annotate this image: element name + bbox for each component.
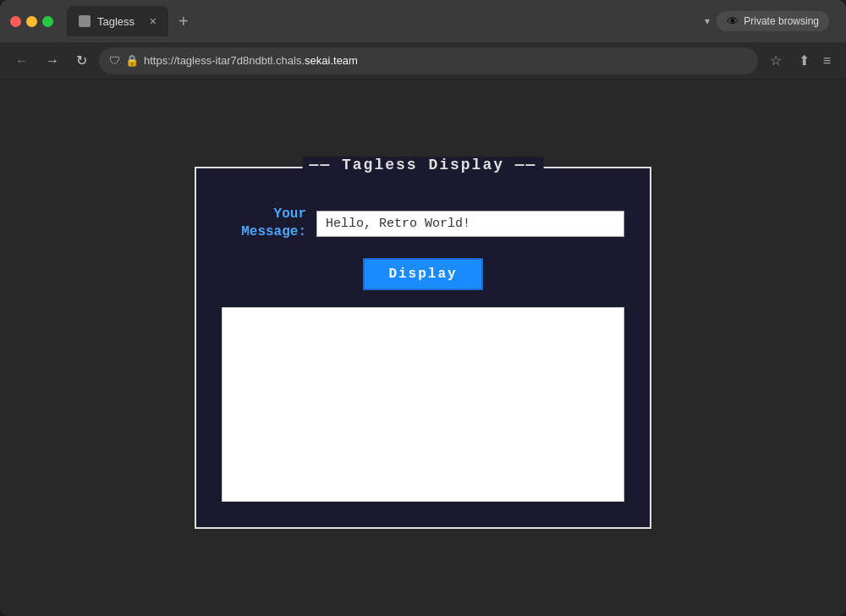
page-content: Tagless Display YourMessage: Display	[0, 80, 846, 616]
display-button[interactable]: Display	[363, 258, 482, 290]
address-text: https://tagless-itar7d8ndbtl.chals.sekai…	[144, 54, 748, 67]
new-tab-button[interactable]: +	[172, 12, 195, 31]
nav-right-buttons: ⬆ ≡	[794, 49, 836, 72]
address-prefix: https://tagless-itar7d8ndbtl.chals.	[144, 54, 305, 67]
output-area	[222, 307, 624, 502]
message-label: YourMessage:	[222, 206, 306, 241]
app-container: Tagless Display YourMessage: Display	[195, 167, 651, 529]
app-title-bar: Tagless Display	[303, 157, 544, 173]
chevron-down-icon[interactable]: ▾	[705, 15, 710, 27]
shield-icon: 🛡	[109, 54, 120, 67]
browser-window: Tagless × + ▾ 👁 Private browsing ← → ↻ 🛡…	[0, 0, 846, 616]
tab-favicon	[79, 15, 91, 27]
title-bar: Tagless × + ▾ 👁 Private browsing	[0, 0, 846, 42]
private-browsing-icon: 👁	[727, 14, 739, 28]
form-row: YourMessage:	[222, 206, 624, 241]
minimize-button[interactable]	[26, 16, 37, 27]
message-input[interactable]	[316, 211, 624, 237]
bookmark-button[interactable]: ☆	[765, 52, 787, 69]
share-button[interactable]: ⬆	[794, 49, 815, 72]
address-bar[interactable]: 🛡 🔒 https://tagless-itar7d8ndbtl.chals.s…	[99, 47, 758, 74]
button-row: Display	[222, 258, 624, 290]
close-button[interactable]	[10, 16, 21, 27]
address-highlight: sekai.team	[305, 54, 358, 67]
tab-close-button[interactable]: ×	[150, 15, 157, 27]
app-title: Tagless Display	[310, 157, 537, 173]
reload-button[interactable]: ↻	[71, 49, 92, 72]
lock-icon: 🔒	[125, 54, 139, 67]
nav-bar: ← → ↻ 🛡 🔒 https://tagless-itar7d8ndbtl.c…	[0, 42, 846, 80]
private-browsing-label: Private browsing	[744, 15, 819, 27]
tab-bar: Tagless × +	[67, 6, 379, 36]
traffic-lights	[10, 16, 53, 27]
active-tab[interactable]: Tagless ×	[67, 6, 168, 36]
tab-label: Tagless	[97, 15, 143, 28]
menu-button[interactable]: ≡	[818, 50, 836, 72]
private-browsing-badge: 👁 Private browsing	[717, 11, 829, 31]
maximize-button[interactable]	[42, 16, 53, 27]
back-button[interactable]: ←	[10, 50, 34, 72]
forward-button[interactable]: →	[41, 50, 64, 72]
